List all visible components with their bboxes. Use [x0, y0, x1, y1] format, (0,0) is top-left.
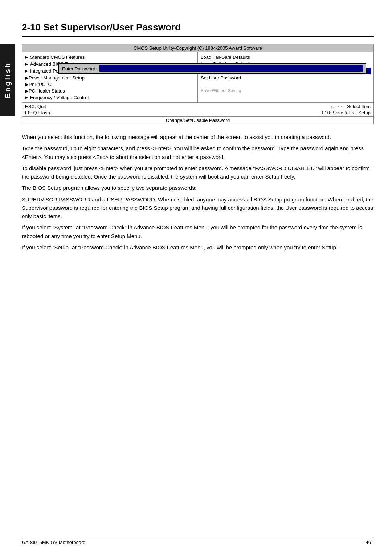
page-footer: GA-8I915MK-GV Motherboard - 46 - — [22, 537, 374, 545]
side-tab: English — [0, 44, 15, 116]
bios-right-item-user[interactable]: Set User Password — [201, 74, 371, 81]
bios-right-item-label: Load Fail-Safe Defaults — [201, 54, 250, 60]
footer-left: GA-8I915MK-GV Motherboard — [22, 540, 86, 545]
bios-menu-item-label: PnP/PCI C — [29, 82, 52, 87]
bios-right-item-label: Save Without Saving — [201, 88, 241, 93]
bios-footer-bottom: Change/Set/Disable Password — [22, 116, 373, 124]
footer-center: - 46 - — [363, 540, 374, 545]
bios-body: ▶ Standard CMOS Features ▶ Advanced BIOS… — [22, 52, 373, 102]
page-heading: 2-10 Set Supervisor/User Password — [22, 22, 374, 37]
bios-menu-item-pchealth[interactable]: ▶ PC Health Status — [25, 87, 195, 94]
bios-footer-select: ↑↓→←: Select Item — [330, 104, 371, 109]
bios-right-item-blank — [201, 81, 371, 87]
body-paragraph-6: If you select "System" at "Password Chec… — [22, 223, 374, 240]
main-content: 2-10 Set Supervisor/User Password CMOS S… — [22, 0, 374, 276]
bios-menu-item-frequency[interactable]: ▶ Frequency / Voltage Control — [25, 94, 195, 101]
arrow-icon: ▶ — [25, 55, 28, 60]
password-dialog: Enter Password: — [58, 63, 366, 74]
body-paragraph-5: SUPERVISOR PASSWORD and a USER PASSWORD.… — [22, 195, 374, 221]
bios-footer: ESC: Quit ↑↓→←: Select Item F8: Q-Flash … — [22, 102, 373, 116]
bios-footer-f8: F8: Q-Flash — [25, 110, 50, 115]
bios-footer-row-2: F8: Q-Flash F10: Save & Exit Setup — [25, 110, 371, 116]
bios-footer-esc: ESC: Quit — [25, 104, 46, 109]
bios-footer-row-1: ESC: Quit ↑↓→←: Select Item — [25, 103, 371, 110]
bios-menu-item-standard[interactable]: ▶ Standard CMOS Features — [25, 54, 195, 61]
password-dialog-row: Enter Password: — [62, 65, 363, 72]
arrow-icon: ▶ — [25, 88, 29, 94]
side-tab-label: English — [4, 62, 12, 98]
body-paragraph-4: The BIOS Setup program allows you to spe… — [22, 184, 374, 192]
arrow-icon: ▶ — [25, 95, 28, 100]
body-paragraph-1: When you select this function, the follo… — [22, 133, 374, 141]
password-dialog-label: Enter Password: — [62, 66, 97, 71]
bios-menu-item-power[interactable]: ▶ Power Management Setup — [25, 74, 195, 81]
arrow-icon: ▶ — [25, 69, 28, 73]
bios-right-item-label: Set User Password — [201, 75, 241, 81]
arrow-icon: ▶ — [25, 82, 29, 87]
bios-menu-item-pnp[interactable]: ▶ PnP/PCI C — [25, 81, 195, 87]
bios-left-column: ▶ Standard CMOS Features ▶ Advanced BIOS… — [22, 52, 198, 102]
bios-title-bar: CMOS Setup Utility-Copyright (C) 1984-20… — [22, 44, 373, 52]
body-paragraph-3: To disable password, just press <Enter> … — [22, 164, 374, 181]
bios-right-item-failsafe[interactable]: Load Fail-Safe Defaults — [201, 54, 371, 61]
body-paragraph-2: Type the password, up to eight character… — [22, 144, 374, 161]
bios-right-column: Load Fail-Safe Defaults Load Optimized D… — [198, 52, 373, 102]
body-text: When you select this function, the follo… — [22, 133, 374, 252]
bios-screen: CMOS Setup Utility-Copyright (C) 1984-20… — [22, 44, 374, 124]
bios-menu-item-label: Standard CMOS Features — [30, 54, 85, 60]
arrow-icon: ▶ — [25, 62, 28, 66]
arrow-icon: ▶ — [25, 75, 29, 81]
password-input[interactable] — [99, 65, 363, 72]
bios-menu-item-label: Power Management Setup — [29, 75, 85, 81]
body-paragraph-7: If you select "Setup" at "Password Check… — [22, 243, 374, 252]
bios-right-item-save[interactable]: Save Without Saving — [201, 87, 371, 94]
bios-footer-f10: F10: Save & Exit Setup — [322, 110, 371, 115]
bios-menu-item-label: PC Health Status — [29, 88, 65, 94]
bios-menu-item-label: Frequency / Voltage Control — [30, 95, 89, 100]
